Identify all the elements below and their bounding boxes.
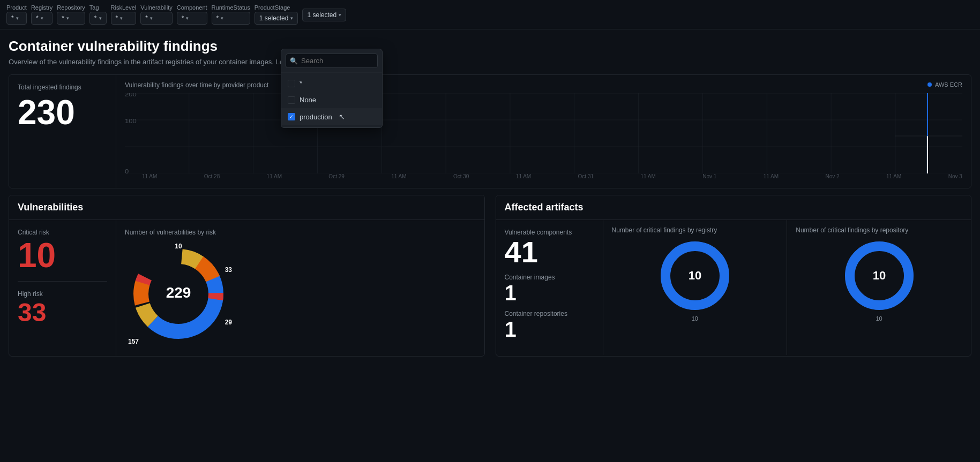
filter-bar: Product * ▾ Registry * ▾ Repository * ▾ … xyxy=(0,0,980,29)
donut-label: Number of vulnerabilities by risk xyxy=(125,229,216,236)
repository-ring-value: 10 xyxy=(876,315,882,322)
container-repos-stat: Container repositories 1 xyxy=(505,310,594,340)
runtime-filter-btn[interactable]: * ▾ xyxy=(212,12,250,25)
high-risk-value: 33 xyxy=(18,300,107,325)
dropdown-checkbox-star[interactable] xyxy=(288,80,295,87)
total-ingested-value: 230 xyxy=(18,95,107,130)
timechart-area: Vulnerability findings over time by prov… xyxy=(116,75,971,188)
registry-filter-group: Registry * ▾ xyxy=(31,4,53,25)
page-title: Container vulnerability findings xyxy=(9,38,971,55)
registry-label: Registry xyxy=(31,4,53,11)
vuln-content: Critical risk 10 High risk 33 Number of … xyxy=(9,220,484,356)
aws-ecr-legend-label: AWS ECR xyxy=(935,81,962,88)
dropdown-search-input[interactable] xyxy=(286,54,378,68)
registry-chevron-icon: ▾ xyxy=(41,16,43,21)
product-label: Product xyxy=(6,4,27,11)
dropdown-item-none[interactable]: None xyxy=(281,92,382,108)
risk-filter-group: RiskLevel * ▾ xyxy=(111,4,137,25)
productstage-label: ProductStage xyxy=(255,4,298,11)
dropdown-checkbox-production[interactable] xyxy=(288,113,295,120)
total-ingested-box: Total ingested findings 230 xyxy=(9,75,116,188)
dropdown-item-star-label: * xyxy=(300,79,302,87)
page-subtitle: Overview of the vulnerability findings i… xyxy=(9,58,971,66)
vuln-filter-btn[interactable]: * ▾ xyxy=(140,12,173,25)
component-filter-btn[interactable]: * ▾ xyxy=(177,12,207,25)
dropdown-item-production[interactable]: production ↖ xyxy=(281,108,382,125)
time-series-chart: 200 100 0 xyxy=(125,93,962,173)
svg-text:10: 10 xyxy=(872,269,885,282)
dropdown-item-star[interactable]: * xyxy=(281,75,382,92)
registry-filter-btn[interactable]: * ▾ xyxy=(31,12,53,25)
high-risk-label: High risk xyxy=(18,290,107,298)
chart-legend: AWS ECR xyxy=(927,81,962,88)
vuln-section-header: Vulnerabilities xyxy=(9,195,484,220)
productstage-dropdown: 🔍 * None production ↖ xyxy=(281,49,383,128)
vuln-stats-col: Critical risk 10 High risk 33 xyxy=(9,220,116,356)
repository-chart-title: Number of critical findings by repositor… xyxy=(796,226,962,234)
registry-chart-panel: Number of critical findings by registry … xyxy=(603,220,788,355)
repository-filter-group: Repository * ▾ xyxy=(57,4,85,25)
runtime-chevron-icon: ▾ xyxy=(221,16,223,21)
registry-ring-container: 10 10 xyxy=(612,238,779,322)
vuln-value: * xyxy=(145,14,148,22)
tag-label: Tag xyxy=(89,4,107,11)
tag-chevron-icon: ▾ xyxy=(99,16,102,21)
component-value: * xyxy=(182,14,184,22)
tag-filter-btn[interactable]: * ▾ xyxy=(89,12,107,25)
repository-filter-btn[interactable]: * ▾ xyxy=(57,12,85,25)
registry-ring-svg: 10 xyxy=(657,238,732,313)
runtime-value: * xyxy=(216,14,219,22)
critical-risk-value: 10 xyxy=(18,238,107,272)
bottom-sections: Vulnerabilities Critical risk 10 High ri… xyxy=(9,188,971,357)
segment-label-critical: 10 xyxy=(175,243,182,250)
tag-value: * xyxy=(94,14,97,22)
productstage1-filter-btn[interactable]: 1 selected ▾ xyxy=(255,12,298,25)
vuln-filter-group: Vulnerability * ▾ xyxy=(140,4,173,25)
svg-text:100: 100 xyxy=(125,118,137,124)
vulnerable-components-stat: Vulnerable components 41 xyxy=(505,229,594,267)
segment-label-low: 157 xyxy=(128,338,139,345)
artifact-charts-col: Number of critical findings by registry … xyxy=(603,220,971,355)
productstage2-filter-group: 1 selected ▾ xyxy=(302,7,346,21)
productstage1-filter-group: ProductStage 1 selected ▾ xyxy=(255,4,298,25)
runtime-filter-group: RuntimeStatus * ▾ xyxy=(212,4,250,25)
repository-ring-container: 10 10 xyxy=(796,238,962,322)
repository-ring-svg: 10 xyxy=(842,238,917,313)
vulnerabilities-section: Vulnerabilities Critical risk 10 High ri… xyxy=(9,195,485,357)
container-repos-label: Container repositories xyxy=(505,310,594,317)
dropdown-item-none-label: None xyxy=(300,96,316,104)
product-filter-group: Product * ▾ xyxy=(6,4,27,25)
chart-title: Vulnerability findings over time by prov… xyxy=(125,81,962,89)
product-value: * xyxy=(11,14,14,22)
aws-ecr-legend-dot xyxy=(927,82,932,87)
chart-xaxis: 11 AM Oct 28 11 AM Oct 29 11 AM Oct 30 1… xyxy=(125,173,962,181)
artifact-stats-col: Vulnerable components 41 Container image… xyxy=(496,220,603,355)
critical-risk-label: Critical risk xyxy=(18,229,107,236)
dropdown-item-production-label: production xyxy=(300,113,332,121)
affected-artifacts-section: Affected artifacts Vulnerable components… xyxy=(496,195,972,357)
product-chevron-icon: ▾ xyxy=(16,16,19,21)
component-label: Component xyxy=(177,4,207,11)
total-ingested-label: Total ingested findings xyxy=(18,84,107,91)
vulnerable-components-value: 41 xyxy=(505,237,594,267)
repository-value: * xyxy=(62,14,64,22)
product-filter-btn[interactable]: * ▾ xyxy=(6,12,27,25)
productstage2-filter-btn[interactable]: 1 selected ▾ xyxy=(302,9,346,21)
segment-label-high: 33 xyxy=(225,266,232,274)
svg-text:0: 0 xyxy=(125,169,129,173)
risk-label: RiskLevel xyxy=(111,4,137,11)
repository-chart-panel: Number of critical findings by repositor… xyxy=(787,220,971,355)
component-chevron-icon: ▾ xyxy=(186,16,189,21)
container-images-label: Container images xyxy=(505,274,594,281)
vuln-section-title: Vulnerabilities xyxy=(18,202,83,213)
dropdown-items-list: * None production ↖ xyxy=(281,73,382,127)
segment-label-medium: 29 xyxy=(225,319,232,326)
dropdown-checkbox-none[interactable] xyxy=(288,96,295,104)
vuln-chevron-icon: ▾ xyxy=(150,16,153,21)
svg-text:229: 229 xyxy=(166,284,191,301)
productstage2-chevron-icon: ▾ xyxy=(339,12,341,18)
cursor-pointer-icon: ↖ xyxy=(339,112,345,121)
risk-filter-btn[interactable]: * ▾ xyxy=(111,12,137,25)
registry-chart-title: Number of critical findings by registry xyxy=(612,226,779,234)
repository-chevron-icon: ▾ xyxy=(66,16,69,21)
